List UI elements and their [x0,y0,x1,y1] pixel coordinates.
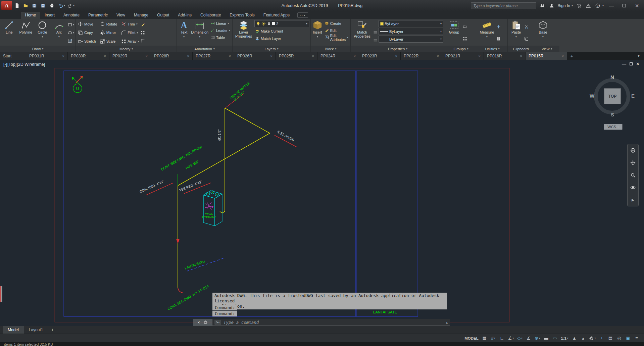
dimension-tool-button[interactable]: Dimension▾ [191,20,209,46]
ellipse-dropdown-arrow[interactable]: ▾ [73,31,74,34]
viewcube-north[interactable]: N [610,74,614,80]
annotation-visibility-toggle[interactable]: ▲ [570,335,578,342]
tab-close-icon[interactable]: × [437,54,439,58]
undo-dropdown-arrow[interactable]: ▾ [64,4,65,7]
measure-button[interactable]: Measure▾ [479,20,495,46]
match-properties-button[interactable]: Match Properties [352,20,372,46]
scale-dropdown-arrow[interactable]: ▾ [567,337,568,340]
doc-minimize-button[interactable]: — [622,61,626,66]
layer-on-bulb-icon[interactable] [256,21,260,26]
ribbon-tab-featured-apps[interactable]: Featured Apps [259,12,294,19]
polyline-tool-button[interactable]: Polyline [18,20,34,46]
isodraft-toggle[interactable]: ◇▾ [516,335,524,342]
object-snap-toggle[interactable]: ⊕▾ [533,335,541,342]
command-close-icon[interactable]: × [197,320,200,325]
modify-panel-title[interactable]: Modify▾ [76,46,177,52]
tab-close-icon[interactable]: × [62,54,64,58]
tab-close-icon[interactable]: × [562,54,564,58]
file-tab-pp016r[interactable]: PP016R× [484,52,526,60]
snap-toggle[interactable]: #▾ [489,335,497,342]
pan-button[interactable] [628,158,638,168]
edit-block-button[interactable]: Edit [324,27,349,34]
tab-close-icon[interactable]: × [146,54,148,58]
group-button[interactable]: Group [446,20,462,46]
create-block-button[interactable]: Create [324,20,349,27]
redo-button[interactable] [66,2,74,10]
ribbon-tab-annotate[interactable]: Annotate [59,12,84,19]
linetype-dropdown-arrow[interactable]: ▾ [440,38,442,41]
autoscale-toggle[interactable]: ▴ [579,335,587,342]
save-as-button[interactable] [39,2,47,10]
annotation-panel-title[interactable]: Annotation▾ [177,46,232,52]
add-layout-button[interactable]: + [48,326,57,334]
tab-close-icon[interactable]: × [479,54,481,58]
ribbon-tab-manage[interactable]: Manage [130,12,153,19]
file-tab-pp030r[interactable]: PP030R× [68,52,109,60]
ortho-toggle[interactable]: ∟ [498,335,506,342]
hatch-tool-button[interactable] [68,38,74,44]
clipboard-panel-title[interactable]: Clipboard [508,46,534,52]
viewcube-top-face[interactable]: TOP [604,88,621,104]
layer-dropdown-arrow[interactable]: ▾ [306,22,307,25]
text-tool-button[interactable]: Text▾ [178,20,190,46]
rectangle-tool-button[interactable]: ▾ [68,21,74,28]
layer-lock-icon[interactable] [267,21,271,26]
scale-tool-button[interactable]: Scale [99,37,118,45]
command-input[interactable]: >▾ Type a command ▴ [212,319,450,326]
zoom-button[interactable] [628,170,638,180]
file-tab-pp025r[interactable]: PP025R× [276,52,317,60]
stay-connected-button[interactable] [585,2,592,9]
erase-tool-button[interactable] [141,21,145,28]
cut-button[interactable] [524,23,529,30]
fillet-dropdown-arrow[interactable]: ▾ [137,31,138,34]
fillet-tool-button[interactable]: Fillet▾ [120,29,140,37]
tab-close-icon[interactable]: × [312,54,314,58]
base-dropdown-arrow[interactable]: ▾ [542,35,544,39]
linear-dropdown-arrow[interactable]: ▾ [228,22,229,25]
maximize-button[interactable] [619,1,629,10]
base-view-button[interactable]: Base▾ [536,20,550,46]
transparency-ball-button[interactable] [373,21,378,28]
drawing-area[interactable]: U [0,60,644,326]
help-button[interactable] [594,2,601,9]
edit-attributes-button[interactable]: Edit Attributes▾ [324,34,349,41]
account-button[interactable] [548,2,555,9]
ribbon-display-toggle[interactable]: ▭▾ [297,12,308,18]
color-dropdown-arrow[interactable]: ▾ [440,22,442,25]
groups-panel-title[interactable]: Groups▾ [445,46,477,52]
minimize-button[interactable]: — [606,1,616,10]
text-dropdown-arrow[interactable]: ▾ [183,35,185,39]
draw-panel-title[interactable]: Draw▾ [0,46,76,52]
graphics-performance-toggle[interactable]: ▣ [624,335,632,342]
application-menu-button[interactable]: A [1,1,12,10]
arc-dropdown-arrow[interactable]: ▾ [58,35,60,39]
drawing-canvas[interactable]: U [0,60,644,326]
ungroup-button[interactable] [463,23,467,30]
layer-dropdown[interactable]: 2 ▾ [254,20,309,27]
layer-color-chip[interactable] [272,22,275,25]
model-space-button[interactable]: MODEL [463,335,480,342]
snap-dropdown-arrow[interactable]: ▾ [494,337,496,340]
copy-clip-button[interactable] [524,36,529,42]
undo-button[interactable] [56,2,64,10]
file-tab-pp031r[interactable]: PP031R× [26,52,68,60]
explode-tool-button[interactable] [141,30,145,36]
show-motion-button[interactable]: ▸ [628,195,638,205]
new-drawing-button[interactable] [13,2,21,10]
file-tab-pp022r[interactable]: PP022R× [401,52,442,60]
save-button[interactable] [30,2,38,10]
orbit-button[interactable] [628,183,638,193]
tab-close-icon[interactable]: × [520,54,522,58]
plot-button[interactable] [48,2,56,10]
rectangle-dropdown-arrow[interactable]: ▾ [73,23,74,26]
sign-in-dropdown-arrow[interactable]: ▾ [572,4,573,7]
ellipse-tool-button[interactable]: ▾ [68,30,74,36]
palette-autohide-strip[interactable] [0,286,2,302]
isodraft-dropdown-arrow[interactable]: ▾ [521,337,523,340]
properties-list-button[interactable] [373,30,378,36]
layout1-tab[interactable]: Layout1 [24,326,48,334]
paste-button[interactable]: Paste▾ [509,20,523,46]
table-button[interactable]: Table [210,34,231,41]
tab-close-icon[interactable]: × [270,54,273,58]
circle-dropdown-arrow[interactable]: ▾ [42,35,43,39]
